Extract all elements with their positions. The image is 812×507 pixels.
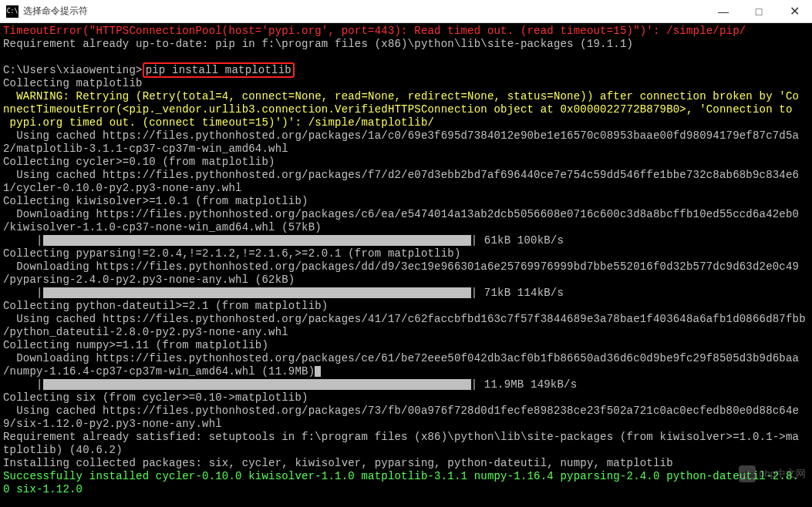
output-line: Using cached https://files.pythonhosted.…	[3, 313, 806, 325]
watermark-text: php中文网	[759, 467, 806, 481]
output-line: Collecting pyparsing!=2.0.4,!=2.1.2,!=2.…	[3, 247, 461, 260]
output-line: Using cached https://files.pythonhosted.…	[3, 129, 799, 142]
output-line: Downloading https://files.pythonhosted.o…	[3, 352, 799, 364]
output-line: Using cached https://files.pythonhosted.…	[3, 169, 799, 181]
window-controls: — □ ✕	[706, 0, 812, 22]
command-text: pip install matplotlib	[146, 64, 291, 76]
warning-line: nnectTimeoutError(<pip._vendor.urllib3.c…	[3, 103, 793, 116]
output-line: /python_dateutil-2.8.0-py2.py3-none-any.…	[3, 326, 288, 338]
progress-bar: || 11.9MB 149kB/s	[3, 378, 577, 391]
progress-bar: || 61kB 100kB/s	[3, 234, 564, 247]
watermark-logo: php	[739, 465, 756, 482]
progress-stats: 11.9MB 149kB/s	[477, 378, 577, 391]
output-line: 9/six-1.12.0-py2.py3-none-any.whl	[3, 418, 222, 430]
cmd-icon: C:\	[6, 5, 19, 18]
output-line: Collecting numpy>=1.11 (from matplotlib)	[3, 339, 268, 351]
window-title: 选择命令提示符	[23, 5, 706, 18]
output-line: Requirement already satisfied: setuptool…	[3, 431, 799, 443]
output-line: 2/matplotlib-3.1.1-cp37-cp37m-win_amd64.…	[3, 143, 288, 155]
output-line: Collecting cycler>=0.10 (from matplotlib…	[3, 156, 275, 168]
output-line: /numpy-1.16.4-cp37-cp37m-win_amd64.whl (…	[3, 365, 315, 378]
prompt: C:\Users\xiaowenting>	[3, 64, 143, 76]
output-line: Collecting python-dateutil>=2.1 (from ma…	[3, 300, 328, 312]
output-line: Using cached https://files.pythonhosted.…	[3, 405, 799, 417]
maximize-button[interactable]: □	[741, 0, 777, 22]
minimize-button[interactable]: —	[706, 0, 741, 22]
output-line: /pyparsing-2.4.0-py2.py3-none-any.whl (6…	[3, 274, 295, 286]
output-line: /kiwisolver-1.1.0-cp37-none-win_amd64.wh…	[3, 221, 322, 233]
warning-line: WARNING: Retrying (Retry(total=4, connec…	[3, 90, 799, 102]
watermark: php php中文网	[739, 465, 806, 482]
progress-bar: || 71kB 114kB/s	[3, 287, 564, 299]
terminal-output[interactable]: TimeoutError("HTTPSConnectionPool(host='…	[0, 23, 812, 507]
output-line: Collecting six (from cycler>=0.10->matpl…	[3, 391, 308, 404]
progress-stats: 71kB 114kB/s	[477, 287, 564, 299]
output-line: Requirement already up-to-date: pip in f…	[3, 38, 633, 50]
output-line: Installing collected packages: six, cycl…	[3, 457, 673, 469]
warning-line: pypi.org timed out. (connect timeout=15)…	[3, 116, 434, 129]
error-line: TimeoutError("HTTPSConnectionPool(host='…	[3, 25, 746, 37]
output-line: Collecting matplotlib	[3, 77, 143, 89]
progress-stats: 61kB 100kB/s	[477, 234, 564, 247]
cursor	[315, 366, 321, 377]
close-button[interactable]: ✕	[777, 0, 812, 22]
output-line: 1/cycler-0.10.0-py2.py3-none-any.whl	[3, 182, 242, 194]
output-line: Downloading https://files.pythonhosted.o…	[3, 208, 799, 220]
success-line: Successfully installed cycler-0.10.0 kiw…	[3, 470, 799, 482]
output-line: tplotlib) (40.6.2)	[3, 444, 123, 456]
success-line: 0 six-1.12.0	[3, 483, 83, 495]
output-line: Downloading https://files.pythonhosted.o…	[3, 260, 799, 273]
command-highlight: pip install matplotlib	[143, 62, 295, 78]
window-titlebar: C:\ 选择命令提示符 — □ ✕	[0, 0, 812, 23]
output-line: Collecting kiwisolver>=1.0.1 (from matpl…	[3, 195, 308, 207]
